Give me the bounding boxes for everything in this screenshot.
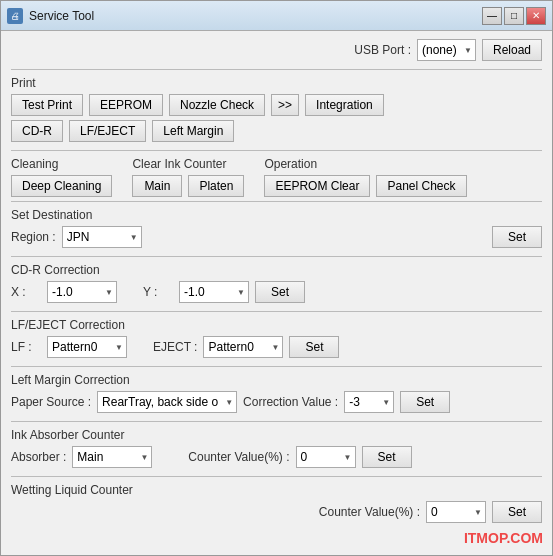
lf-label: LF : [11,340,41,354]
integration-button[interactable]: Integration [305,94,384,116]
app-icon: 🖨 [7,8,23,24]
y-dropdown-wrapper: -1.0 [179,281,249,303]
window-controls: — □ ✕ [482,7,546,25]
left-margin-label: Left Margin Correction [11,373,542,387]
ink-absorber-label: Ink Absorber Counter [11,428,542,442]
print-section-label: Print [11,76,542,90]
wetting-liquid-label: Wetting Liquid Counter [11,483,542,497]
set-destination-row: Region : JPN Set [11,226,542,248]
nozzle-check-button[interactable]: Nozzle Check [169,94,265,116]
eeprom-button[interactable]: EEPROM [89,94,163,116]
cleaning-label: Cleaning [11,157,112,171]
region-dropdown[interactable]: JPN [62,226,142,248]
panel-check-button[interactable]: Panel Check [376,175,466,197]
cdr-correction-label: CD-R Correction [11,263,542,277]
set-destination-section: Set Destination Region : JPN Set [11,208,542,248]
eeprom-clear-button[interactable]: EEPROM Clear [264,175,370,197]
set-destination-button[interactable]: Set [492,226,542,248]
absorber-dropdown[interactable]: Main [72,446,152,468]
titlebar: 🖨 Service Tool — □ ✕ [1,1,552,31]
x-label: X : [11,285,41,299]
content-area: USB Port : (none) Reload Print Test Prin… [1,31,552,555]
ink-absorber-row: Absorber : Main Counter Value(%) : 0 Set [11,446,542,468]
arrow-button[interactable]: >> [271,94,299,116]
minimize-button[interactable]: — [482,7,502,25]
usb-dropdown-wrapper: (none) [417,39,476,61]
correction-value-label: Correction Value : [243,395,338,409]
lf-eject-label: LF/EJECT Correction [11,318,542,332]
window-title: Service Tool [29,9,482,23]
x-dropdown[interactable]: -1.0 [47,281,117,303]
main-window: 🖨 Service Tool — □ ✕ USB Port : (none) R… [0,0,553,556]
y-dropdown[interactable]: -1.0 [179,281,249,303]
clear-ink-group: Clear Ink Counter Main Platen [132,157,244,197]
set-destination-label: Set Destination [11,208,542,222]
cleaning-group: Cleaning Deep Cleaning [11,157,112,197]
wetting-liquid-row: Counter Value(%) : 0 Set [11,501,542,523]
lf-dropdown[interactable]: Pattern0 [47,336,127,358]
region-label: Region : [11,230,56,244]
ink-absorber-section: Ink Absorber Counter Absorber : Main Cou… [11,428,542,468]
correction-dropdown-wrapper: -3 [344,391,394,413]
eject-label: EJECT : [153,340,197,354]
lf-eject-set-button[interactable]: Set [289,336,339,358]
reload-button[interactable]: Reload [482,39,542,61]
ink-counter-dropdown[interactable]: 0 [296,446,356,468]
cdr-correction-row: X : -1.0 Y : -1.0 Set [11,281,542,303]
paper-dropdown-wrapper: RearTray, back side of pap [97,391,237,413]
close-button[interactable]: ✕ [526,7,546,25]
paper-source-label: Paper Source : [11,395,91,409]
ink-counter-label: Counter Value(%) : [188,450,289,464]
absorber-dropdown-wrapper: Main [72,446,152,468]
cdr-correction-section: CD-R Correction X : -1.0 Y : -1.0 Set [11,263,542,303]
operation-group: Operation EEPROM Clear Panel Check [264,157,466,197]
operation-buttons: EEPROM Clear Panel Check [264,175,466,197]
platen-button[interactable]: Platen [188,175,244,197]
left-margin-section: Left Margin Correction Paper Source : Re… [11,373,542,413]
ink-absorber-set-button[interactable]: Set [362,446,412,468]
test-print-button[interactable]: Test Print [11,94,83,116]
print-row-1: Test Print EEPROM Nozzle Check >> Integr… [11,94,542,116]
usb-port-row: USB Port : (none) Reload [11,39,542,61]
cleaning-buttons: Deep Cleaning [11,175,112,197]
clear-ink-label: Clear Ink Counter [132,157,244,171]
y-label: Y : [143,285,173,299]
left-margin-row: Paper Source : RearTray, back side of pa… [11,391,542,413]
operation-label: Operation [264,157,466,171]
maximize-button[interactable]: □ [504,7,524,25]
x-dropdown-wrapper: -1.0 [47,281,117,303]
correction-value-dropdown[interactable]: -3 [344,391,394,413]
wetting-counter-dropdown[interactable]: 0 [426,501,486,523]
usb-port-label: USB Port : [354,43,411,57]
wetting-set-button[interactable]: Set [492,501,542,523]
wetting-counter-dropdown-wrapper: 0 [426,501,486,523]
cd-r-button[interactable]: CD-R [11,120,63,142]
absorber-label: Absorber : [11,450,66,464]
lf-eject-row: LF : Pattern0 EJECT : Pattern0 Set [11,336,542,358]
lf-dropdown-wrapper: Pattern0 [47,336,127,358]
groups-row: Cleaning Deep Cleaning Clear Ink Counter… [11,157,542,197]
print-section: Print Test Print EEPROM Nozzle Check >> … [11,76,542,142]
eject-dropdown[interactable]: Pattern0 [203,336,283,358]
wetting-liquid-section: Wetting Liquid Counter Counter Value(%) … [11,483,542,523]
main-button[interactable]: Main [132,175,182,197]
clear-ink-buttons: Main Platen [132,175,244,197]
watermark: ITMOP.COM [464,530,543,546]
ink-counter-dropdown-wrapper: 0 [296,446,356,468]
left-margin-button[interactable]: Left Margin [152,120,234,142]
usb-port-dropdown[interactable]: (none) [417,39,476,61]
print-row-2: CD-R LF/EJECT Left Margin [11,120,542,142]
deep-cleaning-button[interactable]: Deep Cleaning [11,175,112,197]
left-margin-set-button[interactable]: Set [400,391,450,413]
eject-dropdown-wrapper: Pattern0 [203,336,283,358]
region-dropdown-wrapper: JPN [62,226,142,248]
wetting-counter-label: Counter Value(%) : [319,505,420,519]
lf-eject-button[interactable]: LF/EJECT [69,120,146,142]
lf-eject-section: LF/EJECT Correction LF : Pattern0 EJECT … [11,318,542,358]
paper-source-dropdown[interactable]: RearTray, back side of pap [97,391,237,413]
cdr-set-button[interactable]: Set [255,281,305,303]
